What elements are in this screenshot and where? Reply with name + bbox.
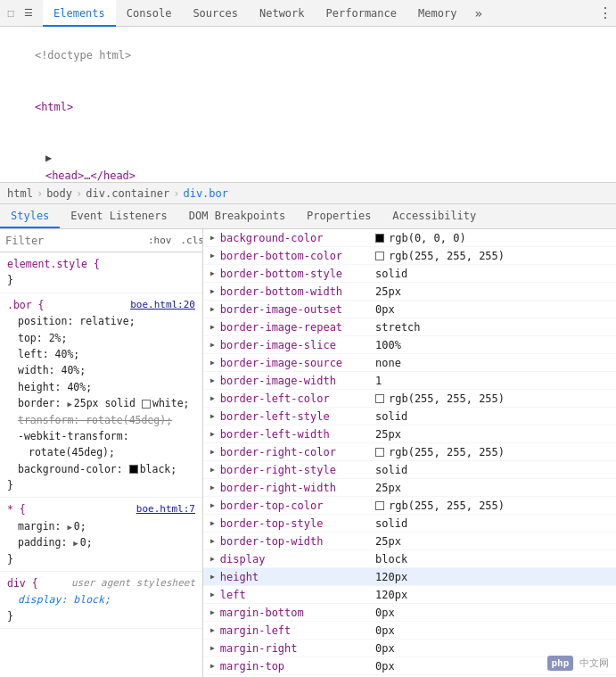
expand-display[interactable]: ▶	[210, 555, 215, 563]
expand-blc[interactable]: ▶	[210, 394, 215, 402]
expand-brc[interactable]: ▶	[210, 448, 215, 456]
expand-head-icon[interactable]: ▶	[45, 152, 52, 164]
computed-styles-panel: ▶ background-color rgb(0, 0, 0) ▶ border…	[203, 229, 616, 677]
watermark-text: 中文网	[579, 657, 609, 669]
expand-bisrc[interactable]: ▶	[210, 359, 215, 367]
padding-expand-arrow[interactable]: ▶	[73, 539, 78, 548]
expand-height[interactable]: ▶	[210, 573, 215, 581]
expand-blw[interactable]: ▶	[210, 430, 215, 438]
computed-row-border-image-width[interactable]: ▶ border-image-width 1	[203, 372, 616, 390]
html-line-head[interactable]: ▶ <head>…</head>	[7, 133, 609, 183]
expand-mt[interactable]: ▶	[210, 662, 215, 670]
filter-input[interactable]	[5, 235, 142, 247]
css-prop-background-color[interactable]: background-color: black;	[18, 461, 195, 477]
tab-event-listeners[interactable]: Event Listeners	[60, 203, 177, 228]
computed-row-border-left-style[interactable]: ▶ border-left-style solid	[203, 408, 616, 425]
tab-styles[interactable]: Styles	[0, 203, 60, 228]
device-icon[interactable]: ☰	[21, 6, 36, 21]
filter-hov-button[interactable]: :hov	[145, 234, 175, 247]
expand-bbs[interactable]: ▶	[210, 269, 215, 277]
css-origin-useragent: user agent stylesheet	[71, 575, 195, 591]
tab-sources[interactable]: Sources	[182, 0, 249, 27]
computed-row-border-image-slice[interactable]: ▶ border-image-slice 100%	[203, 336, 616, 354]
expand-biw[interactable]: ▶	[210, 376, 215, 384]
devtools-tab-bar: ⬚ ☰ Elements Console Sources Network Per…	[0, 0, 616, 27]
computed-row-border-bottom-color[interactable]: ▶ border-bottom-color rgb(255, 255, 255)	[203, 247, 616, 265]
filter-cls-button[interactable]: .cls	[178, 234, 204, 247]
expand-bio[interactable]: ▶	[210, 305, 215, 313]
expand-mr[interactable]: ▶	[210, 644, 215, 652]
expand-left[interactable]: ▶	[210, 590, 215, 599]
breadcrumb-html[interactable]: html	[7, 187, 33, 200]
css-prop-transform-strikethrough[interactable]: transform: rotate(45deg);	[18, 412, 195, 428]
computed-row-border-left-width[interactable]: ▶ border-left-width 25px	[203, 425, 616, 443]
css-rules-panel: :hov .cls + element.style { } .bor { boe…	[0, 229, 203, 677]
blc-swatch	[375, 394, 384, 403]
expand-brw[interactable]: ▶	[210, 483, 215, 491]
breadcrumb-bor[interactable]: div.bor	[183, 187, 228, 200]
computed-row-display[interactable]: ▶ display block	[203, 550, 616, 568]
computed-row-border-top-style[interactable]: ▶ border-top-style solid	[203, 515, 616, 533]
css-prop-padding[interactable]: padding: ▶0;	[18, 534, 195, 550]
expand-background-color[interactable]: ▶	[210, 234, 215, 242]
css-origin-boe7[interactable]: boe.html:7	[136, 501, 195, 517]
tab-memory[interactable]: Memory	[407, 0, 467, 27]
expand-bts[interactable]: ▶	[210, 519, 215, 527]
computed-row-border-right-color[interactable]: ▶ border-right-color rgb(255, 255, 255)	[203, 443, 616, 461]
vertical-dots-icon[interactable]: ⋮	[598, 4, 612, 21]
css-prop-left[interactable]: left: 40%;	[18, 346, 195, 362]
computed-row-border-bottom-style[interactable]: ▶ border-bottom-style solid	[203, 265, 616, 283]
filter-bar: :hov .cls +	[0, 229, 202, 252]
computed-row-margin-left[interactable]: ▶ margin-left 0px	[203, 622, 616, 640]
computed-row-border-bottom-width[interactable]: ▶ border-bottom-width 25px	[203, 283, 616, 301]
expand-bls[interactable]: ▶	[210, 412, 215, 420]
css-prop-display[interactable]: display: block;	[18, 591, 195, 607]
tab-elements[interactable]: Elements	[43, 0, 116, 27]
php-watermark: php 中文网	[547, 656, 610, 670]
computed-row-background-color[interactable]: ▶ background-color rgb(0, 0, 0)	[203, 229, 616, 247]
margin-expand-arrow[interactable]: ▶	[67, 523, 71, 532]
expand-border-bottom-color[interactable]: ▶	[210, 252, 215, 260]
css-prop-webkit-transform[interactable]: -webkit-transform:	[18, 428, 195, 444]
css-prop-position[interactable]: position: relative;	[18, 313, 195, 329]
computed-row-border-top-color[interactable]: ▶ border-top-color rgb(255, 255, 255)	[203, 497, 616, 515]
tab-performance[interactable]: Performance	[316, 0, 407, 27]
expand-bbw[interactable]: ▶	[210, 287, 215, 295]
expand-btw[interactable]: ▶	[210, 537, 215, 545]
breadcrumb-container[interactable]: div.container	[86, 187, 169, 200]
expand-ml[interactable]: ▶	[210, 626, 215, 634]
tab-network[interactable]: Network	[249, 0, 316, 27]
css-prop-width[interactable]: width: 40%;	[18, 362, 195, 378]
computed-row-margin-bottom[interactable]: ▶ margin-bottom 0px	[203, 604, 616, 622]
computed-row-border-top-width[interactable]: ▶ border-top-width 25px	[203, 533, 616, 550]
computed-row-border-image-outset[interactable]: ▶ border-image-outset 0px	[203, 301, 616, 318]
css-origin-boe20[interactable]: boe.html:20	[130, 297, 195, 313]
computed-row-border-left-color[interactable]: ▶ border-left-color rgb(255, 255, 255)	[203, 390, 616, 408]
computed-row-border-image-source[interactable]: ▶ border-image-source none	[203, 354, 616, 372]
css-prop-top[interactable]: top: 2%;	[18, 330, 195, 346]
expand-brs[interactable]: ▶	[210, 466, 215, 474]
expand-bis[interactable]: ▶	[210, 341, 215, 349]
computed-row-height[interactable]: ▶ height 120px	[203, 568, 616, 586]
css-prop-rotate[interactable]: rotate(45deg);	[29, 444, 195, 460]
css-prop-border[interactable]: border: ▶25px solid white;	[18, 395, 195, 411]
expand-bir[interactable]: ▶	[210, 323, 215, 331]
css-rule-bor: .bor { boe.html:20 position: relative; t…	[0, 293, 202, 499]
inspect-icon[interactable]: ⬚	[4, 6, 18, 21]
more-tabs-button[interactable]: »	[467, 6, 489, 21]
computed-row-border-right-width[interactable]: ▶ border-right-width 25px	[203, 479, 616, 497]
tab-accessibility[interactable]: Accessibility	[382, 203, 487, 228]
breadcrumb-body[interactable]: body	[46, 187, 72, 200]
tab-console[interactable]: Console	[116, 0, 183, 27]
expand-mb[interactable]: ▶	[210, 608, 215, 616]
computed-row-border-right-style[interactable]: ▶ border-right-style solid	[203, 461, 616, 479]
css-prop-margin[interactable]: margin: ▶0;	[18, 518, 195, 534]
css-prop-height[interactable]: height: 40%;	[18, 379, 195, 395]
expand-btc[interactable]: ▶	[210, 501, 215, 509]
tab-properties[interactable]: Properties	[296, 203, 382, 228]
computed-row-left[interactable]: ▶ left 120px	[203, 586, 616, 604]
border-expand-arrow[interactable]: ▶	[67, 400, 71, 409]
computed-row-margin-right[interactable]: ▶ margin-right 0px	[203, 640, 616, 657]
computed-row-border-image-repeat[interactable]: ▶ border-image-repeat stretch	[203, 318, 616, 336]
tab-dom-breakpoints[interactable]: DOM Breakpoints	[178, 203, 296, 228]
